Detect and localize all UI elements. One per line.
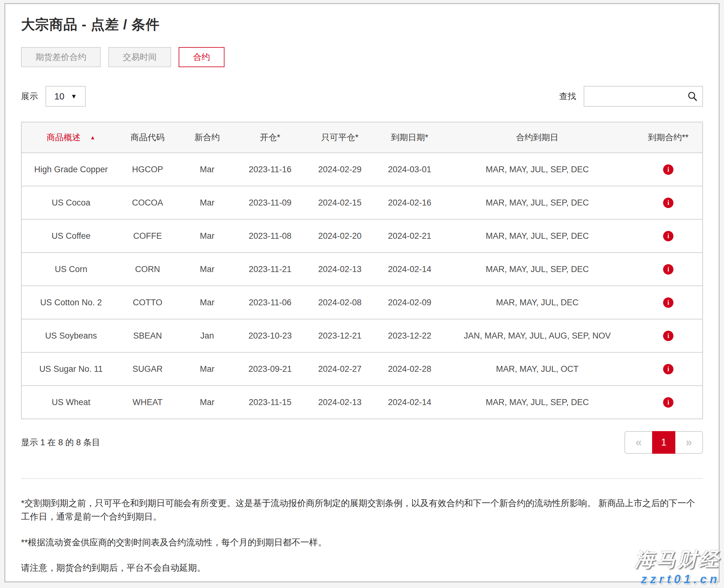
cell-contract-months: MAR, MAY, JUL, SEP, DEC bbox=[440, 265, 634, 274]
column-header-expiry-date[interactable]: 到期日期* bbox=[379, 132, 440, 143]
search-input[interactable] bbox=[584, 87, 702, 106]
cell-info: i bbox=[634, 231, 702, 241]
cell-code: CORN bbox=[120, 265, 175, 274]
divider bbox=[21, 478, 703, 479]
cell-open: 2023-11-08 bbox=[240, 231, 301, 241]
cell-contract-months: JAN, MAR, MAY, JUL, AUG, SEP, NOV bbox=[440, 331, 634, 341]
cell-new-contract: Mar bbox=[175, 364, 240, 374]
cell-expiry-date: 2024-02-14 bbox=[379, 398, 440, 407]
pagination-next-button[interactable]: » bbox=[675, 431, 703, 454]
tab-contracts[interactable]: 合约 bbox=[179, 47, 224, 67]
column-header-code[interactable]: 商品代码 bbox=[120, 132, 175, 143]
cell-code: COFFE bbox=[120, 231, 175, 241]
cell-info: i bbox=[634, 164, 702, 175]
show-label: 展示 bbox=[21, 91, 38, 102]
cell-contract-months: MAR, MAY, JUL, SEP, DEC bbox=[440, 198, 634, 208]
pagination-page-1-button[interactable]: 1 bbox=[652, 431, 675, 454]
info-icon[interactable]: i bbox=[663, 198, 673, 208]
entries-summary: 显示 1 在 8 的 8 条目 bbox=[21, 437, 100, 448]
cell-close-only: 2024-02-27 bbox=[301, 364, 379, 374]
search-control: 查找 bbox=[559, 86, 703, 107]
cell-info: i bbox=[634, 297, 702, 308]
table-row: US Sugar No. 11 SUGAR Mar 2023-09-21 202… bbox=[22, 352, 702, 385]
cell-open: 2023-11-15 bbox=[240, 398, 301, 407]
info-icon[interactable]: i bbox=[663, 331, 673, 341]
cell-contract-months: MAR, MAY, JUL, SEP, DEC bbox=[440, 398, 634, 407]
pagination-prev-button[interactable]: « bbox=[624, 431, 652, 454]
cell-new-contract: Mar bbox=[175, 165, 240, 174]
cell-new-contract: Mar bbox=[175, 198, 240, 208]
table-body: High Grade Copper HGCOP Mar 2023-11-16 2… bbox=[22, 152, 702, 419]
cell-new-contract: Mar bbox=[175, 265, 240, 274]
cell-new-contract: Mar bbox=[175, 231, 240, 241]
cell-close-only: 2024-02-13 bbox=[301, 398, 379, 407]
cell-code: WHEAT bbox=[120, 398, 175, 407]
cell-new-contract: Mar bbox=[175, 398, 240, 407]
cell-open: 2023-10-23 bbox=[240, 331, 301, 341]
table-footer: 显示 1 在 8 的 8 条目 « 1 » bbox=[21, 431, 703, 454]
cell-expiry-date: 2024-03-01 bbox=[379, 165, 440, 174]
column-header-close-only[interactable]: 只可平仓* bbox=[301, 132, 379, 143]
content-card: 大宗商品 - 点差 / 条件 期货差价合约 交易时间 合约 展示 10 ▼ 查找 bbox=[4, 3, 720, 582]
cell-close-only: 2024-02-15 bbox=[301, 198, 379, 208]
footnote-delivery: *交割期到期之前，只可平仓和到期日可能会有所变更。这是基于流动报价商所制定的展期… bbox=[21, 497, 703, 524]
column-header-overview[interactable]: 商品概述▲ bbox=[22, 132, 120, 143]
search-icon[interactable] bbox=[687, 91, 699, 103]
cell-code: COCOA bbox=[120, 198, 175, 208]
tab-bar: 期货差价合约 交易时间 合约 bbox=[21, 47, 703, 67]
cell-new-contract: Mar bbox=[175, 298, 240, 308]
cell-contract-months: MAR, MAY, JUL, DEC bbox=[440, 298, 634, 308]
info-icon[interactable]: i bbox=[663, 164, 673, 175]
cell-open: 2023-09-21 bbox=[240, 364, 301, 374]
footnote-expiry-variation: **根据流动资金供应商的交割时间表及合约流动性，每个月的到期日都不一样。 bbox=[21, 536, 703, 549]
page-size-value: 10 bbox=[54, 91, 64, 102]
cell-code: COTTO bbox=[120, 298, 175, 308]
cell-open: 2023-11-09 bbox=[240, 198, 301, 208]
cell-info: i bbox=[634, 364, 702, 374]
cell-expiry-date: 2024-02-14 bbox=[379, 265, 440, 274]
pagination: « 1 » bbox=[624, 431, 703, 454]
search-label: 查找 bbox=[559, 91, 576, 102]
cell-close-only: 2023-12-21 bbox=[301, 331, 379, 341]
cell-open: 2023-11-06 bbox=[240, 298, 301, 308]
cell-contract-months: MAR, MAY, JUL, OCT bbox=[440, 364, 634, 374]
info-icon[interactable]: i bbox=[663, 231, 673, 241]
cell-open: 2023-11-21 bbox=[240, 265, 301, 274]
table-header-row: 商品概述▲ 商品代码 新合约 开仓* 只可平仓* 到期日期* 合约到期日 到期合… bbox=[22, 122, 702, 152]
footnote-no-auto-rollover: 请注意，期货合约到期后，平台不会自动延期。 bbox=[21, 561, 703, 574]
table-row: US Corn CORN Mar 2023-11-21 2024-02-13 2… bbox=[22, 252, 702, 286]
cell-expiry-date: 2024-02-28 bbox=[379, 364, 440, 374]
cell-open: 2023-11-16 bbox=[240, 165, 301, 174]
info-icon[interactable]: i bbox=[663, 264, 673, 275]
info-icon[interactable]: i bbox=[663, 397, 673, 407]
table-row: US Wheat WHEAT Mar 2023-11-15 2024-02-13… bbox=[22, 385, 702, 419]
cell-overview: US Corn bbox=[22, 265, 120, 274]
table-row: US Cocoa COCOA Mar 2023-11-09 2024-02-15… bbox=[22, 186, 702, 219]
page-size-select[interactable]: 10 ▼ bbox=[45, 86, 86, 107]
table-row: US Soybeans SBEAN Jan 2023-10-23 2023-12… bbox=[22, 319, 702, 352]
column-header-expiring-contracts[interactable]: 到期合约** bbox=[634, 132, 702, 143]
cell-info: i bbox=[634, 264, 702, 275]
cell-expiry-date: 2024-02-21 bbox=[379, 231, 440, 241]
cell-info: i bbox=[634, 330, 702, 341]
cell-expiry-date: 2024-02-16 bbox=[379, 198, 440, 208]
cell-contract-months: MAR, MAY, JUL, SEP, DEC bbox=[440, 165, 634, 174]
table-controls: 展示 10 ▼ 查找 bbox=[21, 86, 703, 107]
footnotes: *交割期到期之前，只可平仓和到期日可能会有所变更。这是基于流动报价商所制定的展期… bbox=[21, 497, 703, 575]
column-header-contract-months[interactable]: 合约到期日 bbox=[440, 132, 634, 143]
column-header-open[interactable]: 开仓* bbox=[240, 132, 301, 143]
tab-futures-cfd[interactable]: 期货差价合约 bbox=[21, 47, 101, 67]
tab-trading-hours[interactable]: 交易时间 bbox=[108, 47, 171, 67]
info-icon[interactable]: i bbox=[663, 364, 673, 374]
cell-overview: US Cocoa bbox=[22, 198, 120, 208]
cell-new-contract: Jan bbox=[175, 331, 240, 341]
cell-close-only: 2024-02-08 bbox=[301, 298, 379, 308]
cell-code: HGCOP bbox=[120, 165, 175, 174]
cell-info: i bbox=[634, 397, 702, 407]
cell-close-only: 2024-02-13 bbox=[301, 265, 379, 274]
column-header-new-contract[interactable]: 新合约 bbox=[175, 132, 240, 143]
sort-asc-icon: ▲ bbox=[90, 134, 96, 141]
info-icon[interactable]: i bbox=[663, 297, 673, 308]
cell-overview: US Wheat bbox=[22, 398, 120, 407]
page-size-control: 展示 10 ▼ bbox=[21, 86, 86, 107]
